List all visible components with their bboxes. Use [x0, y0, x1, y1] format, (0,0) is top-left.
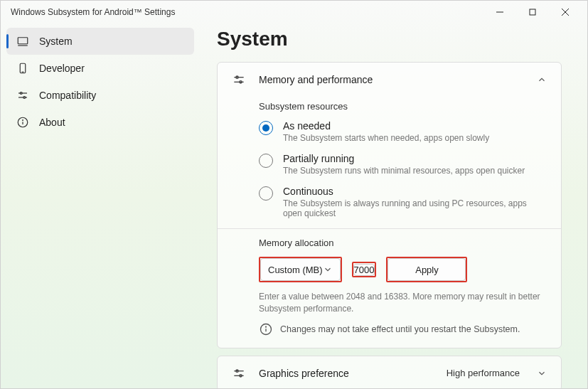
chevron-down-icon	[537, 368, 547, 378]
resources-label: Subsystem resources	[259, 101, 547, 112]
select-value: Custom (MB)	[268, 265, 323, 275]
option-title: Continuous	[283, 186, 547, 197]
sidebar-item-label: Developer	[39, 63, 85, 74]
page-title: System	[217, 28, 562, 50]
sidebar-item-developer[interactable]: Developer	[6, 55, 194, 82]
allocation-value-input[interactable]: 7000	[353, 264, 375, 276]
apply-button[interactable]: Apply	[387, 258, 466, 281]
allocation-label: Memory allocation	[259, 238, 547, 248]
sliders-icon	[16, 89, 29, 102]
close-button[interactable]	[549, 1, 582, 23]
radio-icon	[259, 121, 273, 135]
allocation-select[interactable]: Custom (MB)	[260, 258, 341, 281]
option-title: Partially running	[283, 153, 525, 164]
sidebar-item-label: About	[39, 117, 65, 128]
svg-point-21	[266, 326, 267, 327]
developer-icon	[16, 62, 29, 75]
minimize-button[interactable]	[483, 1, 516, 23]
titlebar: Windows Subsystem for Android™ Settings	[1, 1, 587, 23]
svg-rect-4	[18, 38, 28, 44]
info-icon	[259, 322, 273, 336]
sidebar: System Developer Compatibility About	[1, 23, 200, 388]
sidebar-item-label: Compatibility	[39, 90, 96, 101]
graphics-value: High performance	[447, 368, 520, 378]
radio-partially-running[interactable]: Partially running The Subsystem runs wit…	[259, 153, 547, 176]
chevron-up-icon	[537, 75, 547, 85]
radio-icon	[259, 154, 273, 168]
sidebar-item-compatibility[interactable]: Compatibility	[6, 82, 194, 109]
option-desc: The Subsystem is always running and usin…	[283, 198, 547, 218]
highlight-box: Custom (MB)	[259, 257, 342, 282]
restart-note-text: Changes may not take effect until you re…	[280, 324, 520, 334]
highlight-box: Apply	[386, 257, 467, 282]
graphics-preference-header[interactable]: Graphics preference High performance	[218, 356, 561, 388]
option-desc: The Subsystem runs with minimal resource…	[283, 166, 525, 176]
restart-note: Changes may not take effect until you re…	[259, 322, 547, 336]
sidebar-item-system[interactable]: System	[6, 28, 194, 55]
sidebar-item-about[interactable]: About	[6, 109, 194, 136]
memory-performance-header[interactable]: Memory and performance	[218, 63, 561, 97]
graphics-preference-card: Graphics preference High performance	[217, 356, 562, 388]
sidebar-item-label: System	[39, 36, 73, 47]
maximize-button[interactable]	[516, 1, 549, 23]
radio-icon	[259, 186, 273, 201]
monitor-icon	[16, 35, 29, 48]
window-title: Windows Subsystem for Android™ Settings	[6, 7, 483, 17]
radio-as-needed[interactable]: As needed The Subsystem starts when need…	[259, 120, 547, 143]
divider	[218, 228, 561, 229]
sliders-icon	[232, 366, 246, 380]
highlight-box: 7000	[352, 262, 377, 277]
info-icon	[16, 116, 29, 129]
svg-point-14	[23, 120, 23, 121]
main-content: System Memory and performance Subsystem …	[200, 23, 587, 388]
allocation-hint: Enter a value between 2048 and 16383. Mo…	[259, 291, 547, 315]
radio-continuous[interactable]: Continuous The Subsystem is always runni…	[259, 186, 547, 218]
sliders-icon	[232, 73, 246, 87]
option-title: As needed	[283, 120, 489, 132]
memory-performance-card: Memory and performance Subsystem resourc…	[217, 62, 562, 348]
card-title: Memory and performance	[259, 74, 524, 85]
svg-rect-1	[530, 9, 535, 15]
option-desc: The Subsystem starts when needed, apps o…	[283, 133, 489, 143]
card-title: Graphics preference	[259, 368, 434, 379]
chevron-down-icon	[323, 265, 333, 275]
